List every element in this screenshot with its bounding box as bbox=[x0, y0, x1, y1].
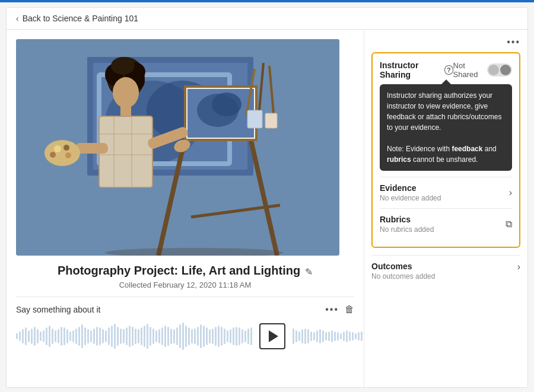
waveform-bar bbox=[310, 332, 312, 342]
waveform-bar bbox=[150, 327, 151, 346]
tooltip-arrow bbox=[441, 79, 451, 84]
waveform-bar bbox=[361, 332, 363, 342]
svg-point-30 bbox=[54, 145, 61, 152]
waveform-bar bbox=[334, 332, 336, 342]
evidence-chevron-icon[interactable]: › bbox=[509, 187, 512, 198]
waveform-bar bbox=[96, 327, 98, 346]
edit-icon[interactable]: ✎ bbox=[305, 266, 313, 278]
svg-point-18 bbox=[113, 77, 139, 108]
instructor-sharing-panel: Instructor Sharing ? Not Shared Instru bbox=[371, 52, 520, 248]
waveform-bar bbox=[111, 326, 113, 347]
waveform-right bbox=[293, 322, 364, 350]
waveform-bar bbox=[343, 332, 345, 342]
svg-point-32 bbox=[50, 152, 56, 158]
waveform-bar bbox=[147, 324, 148, 349]
waveform-bar bbox=[301, 329, 303, 343]
waveform-bar bbox=[328, 332, 330, 342]
tooltip-text-1: Instructor sharing authorizes your instr… bbox=[387, 90, 505, 133]
waveform-bar bbox=[307, 329, 309, 343]
waveform-bar bbox=[322, 330, 324, 342]
outcomes-section: Outcomes No outcomes added › bbox=[371, 255, 520, 286]
tooltip-text-2: Note: Evidence with feedback and rubrics… bbox=[387, 144, 505, 165]
waveform bbox=[16, 322, 252, 350]
waveform-bar bbox=[173, 329, 175, 343]
waveform-bar bbox=[358, 332, 360, 340]
back-link[interactable]: ‹ Back to Science & Painting 101 bbox=[16, 14, 138, 23]
help-icon[interactable]: ? bbox=[444, 65, 453, 75]
svg-rect-20 bbox=[99, 116, 152, 187]
waveform-bar bbox=[355, 333, 357, 339]
waveform-bar bbox=[34, 327, 36, 346]
evidence-section-item: Evidence No evidence added › bbox=[380, 177, 512, 208]
waveform-bar bbox=[49, 326, 50, 347]
waveform-bar bbox=[22, 329, 24, 343]
waveform-bar bbox=[179, 324, 181, 348]
waveform-bar bbox=[349, 332, 351, 342]
waveform-bar bbox=[102, 329, 104, 343]
sharing-status-text: Not Shared bbox=[453, 61, 484, 79]
waveform-bar bbox=[352, 332, 354, 340]
rubrics-external-link-icon[interactable]: ⧉ bbox=[506, 219, 512, 230]
waveform-bar bbox=[63, 327, 65, 345]
waveform-bar bbox=[293, 329, 294, 344]
evidence-sub: No evidence added bbox=[380, 194, 509, 202]
waveform-bar bbox=[108, 327, 110, 345]
waveform-bar bbox=[58, 329, 59, 343]
instructor-sharing-text: Instructor Sharing bbox=[380, 60, 442, 79]
svg-point-12 bbox=[212, 93, 241, 116]
waveform-bar bbox=[117, 327, 119, 346]
waveform-bar bbox=[340, 333, 342, 339]
waveform-bar bbox=[141, 327, 142, 345]
comment-header: Say something about it ••• 🗑 bbox=[16, 304, 354, 315]
play-button[interactable] bbox=[259, 323, 285, 349]
comment-ellipsis-button[interactable]: ••• bbox=[325, 304, 339, 315]
panel-menu-button[interactable]: ••• bbox=[507, 37, 520, 47]
waveform-bar bbox=[52, 329, 53, 344]
waveform-bar bbox=[197, 327, 199, 346]
waveform-bar bbox=[123, 329, 125, 343]
waveform-bar bbox=[313, 332, 315, 340]
waveform-container bbox=[16, 320, 354, 353]
waveform-bar bbox=[105, 330, 107, 342]
waveform-bar bbox=[230, 329, 231, 343]
svg-point-16 bbox=[111, 57, 135, 75]
sharing-toggle[interactable] bbox=[487, 63, 512, 77]
waveform-bar bbox=[164, 326, 166, 347]
instructor-sharing-label: Instructor Sharing ? bbox=[380, 60, 453, 79]
page-wrapper: ‹ Back to Science & Painting 101 bbox=[6, 7, 528, 388]
waveform-bar bbox=[209, 329, 211, 343]
rubrics-title: Rubrics bbox=[380, 215, 506, 224]
outcomes-chevron-icon[interactable]: › bbox=[517, 262, 520, 272]
waveform-bar bbox=[241, 329, 243, 343]
waveform-bar bbox=[37, 329, 39, 343]
waveform-bar bbox=[31, 329, 33, 344]
artwork-image bbox=[16, 39, 339, 256]
toggle-off-dot[interactable] bbox=[488, 65, 499, 75]
waveform-bar bbox=[126, 327, 128, 345]
waveform-bar bbox=[114, 324, 116, 349]
waveform-bar bbox=[191, 329, 193, 343]
waveform-bar bbox=[167, 327, 169, 346]
outcomes-title: Outcomes bbox=[371, 262, 517, 271]
svg-point-29 bbox=[44, 140, 80, 166]
waveform-bar bbox=[61, 327, 62, 346]
waveform-bar bbox=[319, 329, 321, 343]
sharing-status-group: Not Shared bbox=[453, 61, 512, 79]
waveform-bar bbox=[81, 324, 83, 348]
svg-rect-37 bbox=[247, 110, 262, 128]
waveform-bar bbox=[218, 326, 220, 347]
instructor-sharing-row: Instructor Sharing ? Not Shared bbox=[380, 60, 512, 79]
comment-section: Say something about it ••• 🗑 bbox=[16, 297, 354, 353]
waveform-bar bbox=[28, 330, 30, 342]
waveform-bar bbox=[161, 327, 163, 345]
delete-button[interactable]: 🗑 bbox=[345, 304, 354, 315]
toggle-on-dot[interactable] bbox=[500, 65, 511, 75]
waveform-bar bbox=[155, 330, 157, 342]
svg-rect-28 bbox=[75, 143, 108, 154]
waveform-bar bbox=[206, 327, 208, 345]
waveform-bar bbox=[221, 327, 223, 346]
waveform-bar bbox=[200, 324, 202, 348]
waveform-bar bbox=[25, 327, 27, 345]
waveform-bar bbox=[66, 329, 68, 343]
waveform-bar bbox=[316, 330, 318, 342]
